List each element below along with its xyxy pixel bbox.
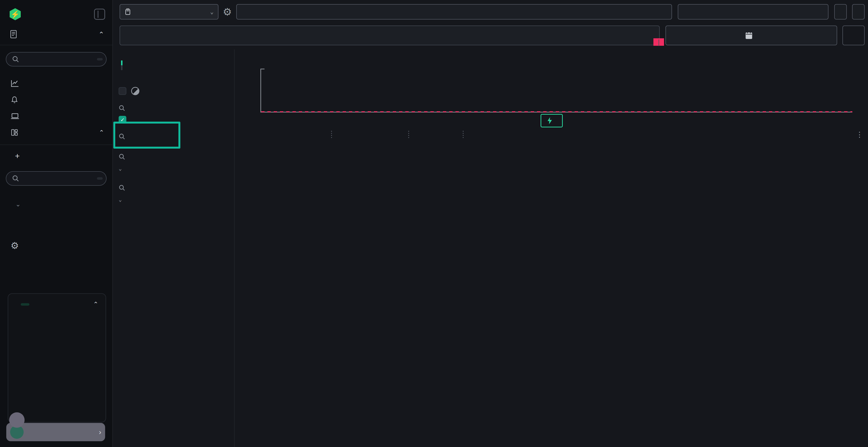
preset-item-clickhouse[interactable] (0, 210, 112, 216)
denoise-results-filter[interactable] (119, 87, 227, 95)
calendar-icon (745, 32, 752, 39)
sidebar-item-client-sessions[interactable] (0, 108, 112, 124)
span-filter-group (119, 184, 227, 191)
get-started-progress-badge (21, 303, 29, 306)
mode-results-table[interactable] (123, 61, 227, 65)
results-area: ⋮ (235, 49, 868, 447)
hyperdx-logo-icon: ⚡ (10, 8, 21, 20)
search-icon (12, 56, 19, 63)
plus-icon: + (15, 151, 20, 161)
search-icon (12, 175, 19, 182)
preset-item-kubernetes[interactable] (0, 222, 112, 229)
order-by-input[interactable] (678, 4, 829, 20)
search-icon[interactable] (119, 133, 125, 140)
sidebar-item-alerts[interactable] (0, 92, 112, 108)
trace-filter-group (119, 153, 227, 160)
search-icon[interactable] (119, 105, 125, 111)
no-saved-dashboards-label (0, 186, 112, 194)
saved-searches-input[interactable] (6, 52, 106, 66)
sidebar-item-dashboards[interactable]: ⌃ (0, 124, 112, 141)
shortcut-badge (97, 177, 103, 180)
get-started-card: ⌃ (8, 294, 106, 422)
search-icon[interactable] (119, 184, 125, 191)
chevron-right-icon: › (99, 428, 101, 436)
select-columns-input[interactable] (236, 4, 672, 20)
run-query-button[interactable] (842, 26, 865, 45)
trace-show-more[interactable]: ⌄ (119, 166, 227, 171)
severity-option-error[interactable]: ✓ (119, 116, 227, 124)
gear-icon: ⚙ (10, 240, 19, 251)
save-button[interactable] (834, 4, 847, 20)
search-icon[interactable] (119, 153, 125, 160)
chart-plot-area[interactable] (260, 69, 852, 112)
laptop-icon (10, 113, 21, 120)
source-settings-gear-icon[interactable]: ⚙ (223, 6, 232, 18)
alerts-button[interactable] (852, 4, 865, 20)
log-search-icon (10, 30, 18, 38)
create-dashboard-button[interactable]: + (0, 147, 112, 165)
mode-event-patterns[interactable] (123, 65, 227, 70)
chart-icon (10, 79, 21, 87)
column-resize-handle[interactable] (408, 131, 411, 138)
database-icon (124, 8, 131, 15)
presets-toggle[interactable]: ⌄ (0, 194, 112, 210)
divider (0, 144, 112, 145)
chevron-up-icon[interactable]: ⌃ (93, 301, 98, 308)
sidebar: ⚡ ⌃ (0, 0, 113, 447)
baseline-series (261, 111, 852, 112)
bell-icon (10, 96, 21, 104)
filters-panel: ✓ ⌄ ⌄ (113, 49, 235, 447)
sidebar-collapse-icon[interactable] (94, 9, 105, 20)
chevron-up-icon[interactable]: ⌃ (99, 129, 104, 136)
sidebar-item-chart-explorer[interactable] (0, 75, 112, 92)
column-settings-icon[interactable]: ⋮ (852, 130, 863, 139)
preset-item-services[interactable] (0, 216, 112, 222)
shortcut-badge (97, 58, 103, 61)
table-header-row: ⋮ (238, 129, 863, 140)
source-select[interactable]: ⌄ (120, 4, 218, 20)
service-filter-group (119, 133, 227, 140)
help-button[interactable] (9, 412, 25, 428)
hyperdx-app: ⚡ ⌃ (0, 0, 868, 447)
checked-checkbox[interactable]: ✓ (119, 116, 126, 124)
denoise-checkbox[interactable] (119, 87, 126, 95)
topbar: ⌄ ⚙ | (113, 0, 868, 49)
column-resize-handle[interactable] (331, 131, 334, 138)
sidebar-item-search[interactable]: ⌃ (0, 20, 112, 45)
lightning-bolt-icon (547, 117, 552, 124)
sidebar-item-team-settings[interactable]: ⚙ (0, 229, 112, 253)
dashboard-grid-icon (10, 129, 21, 136)
event-search-input[interactable]: | (120, 26, 660, 45)
span-show-more[interactable]: ⌄ (119, 197, 227, 203)
logo-row: ⚡ (0, 0, 112, 20)
denoise-icon (131, 87, 140, 95)
resume-live-tail-button[interactable] (540, 114, 563, 128)
saved-dashboards-input[interactable] (6, 171, 106, 186)
date-range-picker[interactable] (665, 26, 837, 45)
severity-filter-group (119, 105, 227, 111)
results-table: ⋮ (238, 129, 863, 447)
chevron-updown-icon: ⌄ (210, 8, 214, 15)
no-saved-searches-label (0, 66, 112, 75)
divider: | (653, 38, 664, 46)
chevron-up-icon[interactable]: ⌃ (99, 30, 104, 38)
column-resize-handle[interactable] (463, 131, 465, 138)
